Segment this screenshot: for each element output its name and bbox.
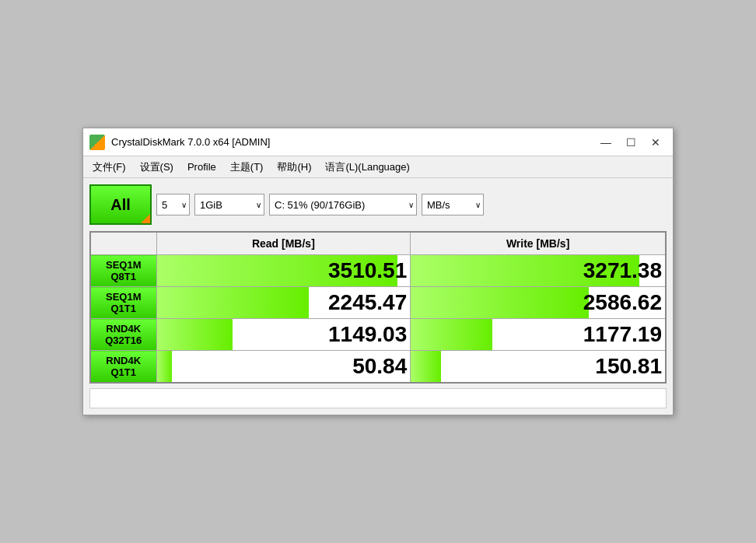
row-label-line1: RND4K [94, 323, 153, 335]
write-bg-2 [411, 319, 492, 350]
menu-item-language[interactable]: 语言(L)(Language) [319, 158, 415, 177]
close-button[interactable]: ✕ [645, 133, 667, 152]
read-value-2: 1149.03 [156, 319, 411, 351]
row-label-line1: SEQ1M [94, 259, 153, 271]
empty-header [90, 232, 156, 255]
write-text-0: 3271.38 [583, 258, 662, 282]
row-label-line2: Q1T1 [94, 366, 153, 378]
write-value-3: 150.81 [411, 351, 666, 384]
drive-select[interactable]: C: 51% (90/176GiB) [269, 194, 417, 215]
row-label-line2: Q8T1 [94, 271, 153, 282]
row-label-2: RND4KQ32T16 [90, 319, 156, 351]
read-header: Read [MB/s] [156, 232, 411, 255]
row-label-0: SEQ1MQ8T1 [90, 255, 156, 287]
row-label-line1: RND4K [94, 355, 153, 366]
minimize-button[interactable]: — [595, 133, 617, 152]
row-label-line2: Q32T16 [94, 335, 153, 346]
write-bg-1 [411, 287, 589, 318]
results-table: Read [MB/s] Write [MB/s] SEQ1MQ8T13510.5… [89, 231, 667, 384]
menu-item-file[interactable]: 文件(F) [86, 158, 132, 177]
table-row: RND4KQ1T150.84150.81 [90, 351, 666, 384]
row-label-1: SEQ1MQ1T1 [90, 287, 156, 319]
write-text-1: 2586.62 [583, 290, 662, 314]
read-value-3: 50.84 [156, 351, 411, 384]
cdm-icon [89, 135, 105, 150]
row-label-line1: SEQ1M [94, 291, 153, 303]
table-row: SEQ1MQ1T12245.472586.62 [90, 287, 666, 319]
unit-select[interactable]: MB/sGB/sIOPSμs [422, 194, 484, 215]
title-bar: CrystalDiskMark 7.0.0 x64 [ADMIN] — ☐ ✕ [83, 128, 673, 156]
read-text-0: 3510.51 [328, 258, 407, 282]
write-header: Write [MB/s] [411, 232, 666, 255]
table-row: RND4KQ32T161149.031177.19 [90, 319, 666, 351]
read-bg-3 [157, 351, 173, 382]
all-button[interactable]: All [89, 184, 152, 225]
main-content: All 13510 512MiB1GiB2GiB4GiB8GiB16GiB32G… [83, 178, 673, 415]
size-select[interactable]: 512MiB1GiB2GiB4GiB8GiB16GiB32GiB64GiB [194, 194, 264, 215]
read-bg-2 [157, 319, 233, 350]
count-select[interactable]: 13510 [156, 194, 190, 215]
status-bar [89, 388, 667, 408]
write-value-1: 2586.62 [411, 287, 666, 319]
menu-item-theme[interactable]: 主题(T) [224, 158, 270, 177]
read-value-1: 2245.47 [156, 287, 411, 319]
write-value-2: 1177.19 [411, 319, 666, 351]
maximize-button[interactable]: ☐ [620, 133, 642, 152]
menu-bar: 文件(F)设置(S)Profile主题(T)帮助(H)语言(L)(Languag… [83, 156, 673, 178]
write-text-2: 1177.19 [583, 322, 662, 346]
read-value-0: 3510.51 [156, 255, 411, 287]
menu-item-settings[interactable]: 设置(S) [134, 158, 180, 177]
size-select-wrapper: 512MiB1GiB2GiB4GiB8GiB16GiB32GiB64GiB [194, 194, 264, 215]
read-bg-1 [157, 287, 309, 318]
write-value-0: 3271.38 [411, 255, 666, 287]
table-row: SEQ1MQ8T13510.513271.38 [90, 255, 666, 287]
unit-select-wrapper: MB/sGB/sIOPSμs [422, 194, 484, 215]
read-text-2: 1149.03 [328, 322, 407, 346]
drive-select-wrapper: C: 51% (90/176GiB) [269, 194, 417, 215]
window-controls: — ☐ ✕ [595, 133, 667, 152]
menu-item-profile[interactable]: Profile [181, 159, 222, 175]
menu-item-help[interactable]: 帮助(H) [271, 158, 317, 177]
row-label-line2: Q1T1 [94, 303, 153, 314]
main-window: CrystalDiskMark 7.0.0 x64 [ADMIN] — ☐ ✕ … [82, 128, 674, 415]
write-text-3: 150.81 [595, 354, 662, 378]
row-label-3: RND4KQ1T1 [90, 351, 156, 384]
count-select-wrapper: 13510 [156, 194, 190, 215]
window-title: CrystalDiskMark 7.0.0 x64 [ADMIN] [111, 136, 595, 148]
write-bg-3 [411, 351, 441, 382]
read-text-1: 2245.47 [328, 290, 407, 314]
read-text-3: 50.84 [352, 354, 407, 378]
toolbar: All 13510 512MiB1GiB2GiB4GiB8GiB16GiB32G… [89, 184, 667, 225]
